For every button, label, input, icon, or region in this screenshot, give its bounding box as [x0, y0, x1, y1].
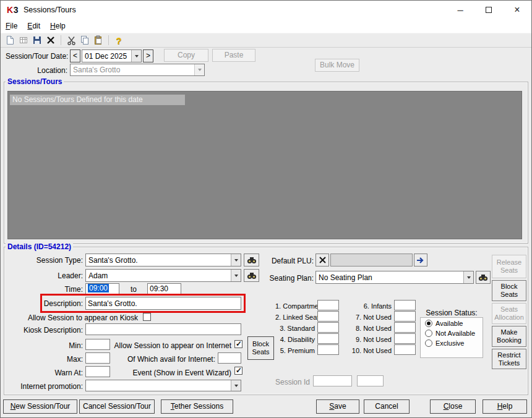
cancel-session-tour-button[interactable]: Cancel Session/Tour	[79, 399, 155, 414]
save-button[interactable]: Save	[316, 399, 359, 414]
chevron-down-icon[interactable]	[463, 271, 473, 283]
date-value: 01 Dec 2025	[82, 52, 131, 61]
event-toggle-label: Event (Show in Event Wizard)	[112, 368, 231, 378]
paste-button[interactable]: Paste	[212, 49, 255, 62]
session-id-field-2	[357, 375, 384, 386]
max-field[interactable]	[85, 352, 110, 364]
leader-value: Adam	[86, 271, 231, 280]
seat-6-field[interactable]	[394, 300, 416, 310]
chevron-down-icon[interactable]	[231, 254, 241, 266]
seat-9-field[interactable]	[394, 333, 416, 344]
close-button[interactable]: ×	[503, 1, 531, 19]
menu-edit[interactable]: Edit	[22, 19, 45, 33]
chevron-down-icon[interactable]	[131, 50, 141, 62]
save-icon[interactable]	[30, 34, 44, 46]
make-booking-button[interactable]: Make Booking	[492, 326, 526, 347]
internet-promotion-combobox[interactable]	[85, 380, 241, 391]
chevron-down-icon[interactable]	[231, 270, 241, 281]
block-seats-side-button[interactable]: Block Seats	[492, 280, 526, 301]
session-type-value: Santa's Grotto.	[86, 256, 231, 265]
cut-icon[interactable]	[64, 34, 78, 46]
restrict-tickets-button[interactable]: Restrict Tickets	[492, 349, 526, 369]
session-type-combobox[interactable]: Santa's Grotto.	[85, 254, 241, 267]
internet-checkbox[interactable]	[234, 340, 242, 348]
default-plu-field	[330, 254, 413, 267]
cancel-button[interactable]: Cancel	[364, 399, 410, 414]
max-label: Max:	[6, 354, 83, 365]
seat-1-field[interactable]	[317, 300, 339, 310]
time-label: Time:	[6, 284, 83, 295]
app-window: K3 Sessions/Tours ─ × File Edit Help	[0, 0, 532, 418]
radio-icon[interactable]	[425, 330, 432, 337]
help-button[interactable]: Help	[483, 399, 527, 414]
toolbar-separator	[61, 35, 61, 45]
help-icon[interactable]: ?	[112, 34, 126, 46]
location-combobox[interactable]: Santa's Grotto	[70, 64, 205, 76]
status-option-not-available[interactable]: Not Available	[425, 330, 483, 337]
warn-at-field[interactable]	[85, 366, 110, 377]
description-field[interactable]	[85, 297, 241, 310]
kiosk-checkbox[interactable]	[143, 313, 151, 321]
seating-plan-combobox[interactable]: No Seating Plan	[315, 271, 474, 284]
bulk-move-button[interactable]: Bulk Move	[315, 59, 359, 72]
tether-sessions-button[interactable]: Tether Sessions	[161, 399, 233, 414]
copy-icon[interactable]	[78, 34, 92, 46]
seat-5-field[interactable]	[317, 344, 339, 355]
session-id-field-1	[313, 375, 352, 386]
maximize-icon	[486, 7, 492, 13]
sessions-list[interactable]	[7, 91, 522, 239]
leader-combobox[interactable]: Adam	[85, 269, 241, 282]
menu-help[interactable]: Help	[45, 19, 71, 33]
plu-select-button[interactable]	[414, 254, 427, 267]
new-document-icon[interactable]	[3, 34, 17, 46]
seat-1-label: 1. Compartment	[275, 301, 315, 312]
seat-2-field[interactable]	[317, 311, 339, 322]
seat-7-field[interactable]	[394, 311, 416, 322]
chevron-down-icon[interactable]	[194, 64, 204, 75]
date-next-button[interactable]: >	[143, 49, 153, 62]
time-to-word: to	[123, 284, 144, 295]
block-seats-button[interactable]: Block Seats	[247, 336, 274, 360]
release-seats-button[interactable]: Release Seats	[492, 255, 526, 278]
location-value: Santa's Grotto	[71, 66, 194, 74]
min-label: Min:	[6, 341, 83, 351]
seating-plan-lookup-button[interactable]	[476, 271, 491, 284]
status-option-available[interactable]: Available	[425, 320, 483, 327]
session-tour-date-label: Session/Tour Date:	[6, 51, 67, 62]
event-checkbox[interactable]	[234, 367, 242, 375]
min-field[interactable]	[85, 339, 110, 350]
sessions-empty-message: No Sessions/Tours Defined for this date	[10, 95, 185, 105]
arrow-right-icon	[416, 257, 425, 264]
radio-icon[interactable]	[425, 339, 432, 347]
seat-4-field[interactable]	[317, 333, 339, 344]
status-option-exclusive[interactable]: Exclusive	[425, 339, 483, 347]
time-from-field[interactable]: 09:00	[85, 283, 119, 294]
close-button-footer[interactable]: Close	[430, 399, 476, 414]
date-prev-button[interactable]: <	[70, 49, 80, 62]
table-view-icon[interactable]	[17, 34, 30, 46]
menu-file[interactable]: File	[1, 19, 22, 33]
seat-3-field[interactable]	[317, 322, 339, 333]
toolbar-separator	[108, 35, 109, 45]
time-from-value: 09:00	[88, 284, 109, 292]
maximize-button[interactable]	[474, 1, 503, 19]
seats-allocation-button[interactable]: Seats Allocation	[492, 303, 526, 324]
copy-button[interactable]: Copy	[164, 49, 208, 62]
seat-10-field[interactable]	[394, 344, 416, 355]
window-title: Sessions/Tours	[24, 6, 76, 14]
radio-icon[interactable]	[425, 320, 432, 327]
time-to-field[interactable]	[147, 283, 181, 294]
internet-avail-field[interactable]	[218, 352, 241, 364]
chevron-down-icon[interactable]	[231, 380, 241, 391]
plu-clear-button[interactable]	[315, 254, 329, 267]
paste-icon[interactable]	[92, 34, 105, 46]
kiosk-description-field[interactable]	[85, 323, 241, 335]
delete-icon[interactable]	[44, 34, 58, 46]
seat-8-field[interactable]	[394, 322, 416, 333]
minimize-button[interactable]: ─	[446, 1, 474, 19]
kiosk-toggle-label: Allow Session to appear on Kiosk	[6, 313, 138, 323]
new-session-tour-button[interactable]: New Session/Tour	[3, 399, 77, 414]
date-combobox[interactable]: 01 Dec 2025	[82, 49, 142, 62]
leader-label: Leader:	[6, 271, 83, 281]
session-id-label: Session Id	[267, 377, 310, 388]
